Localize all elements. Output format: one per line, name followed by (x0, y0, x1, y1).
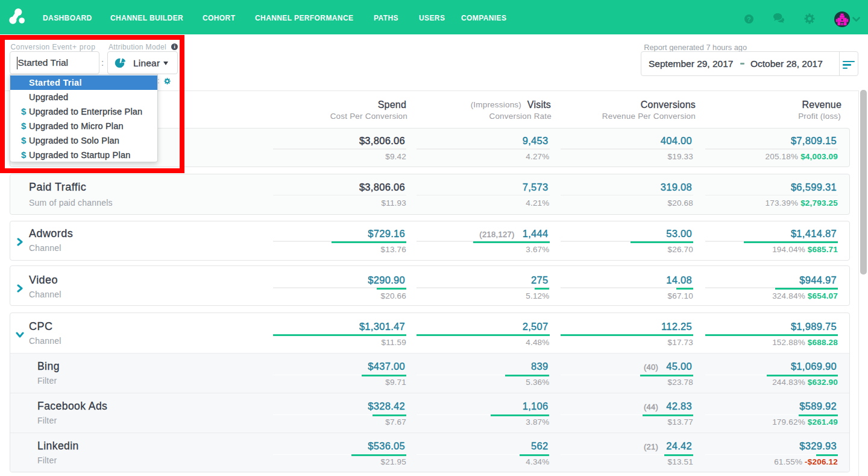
svg-text:?: ? (747, 15, 751, 22)
